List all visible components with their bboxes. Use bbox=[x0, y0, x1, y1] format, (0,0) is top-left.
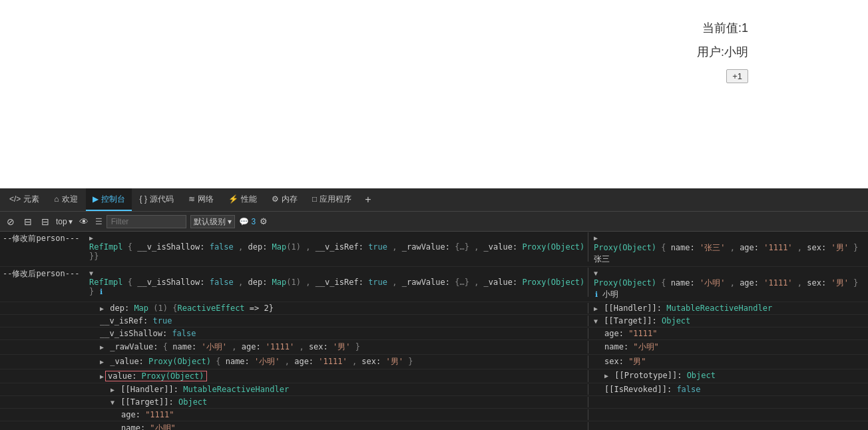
console-expanded-age: age: "1111" bbox=[0, 409, 868, 421]
expand-target-right[interactable] bbox=[594, 316, 598, 325]
value-row-right: sex: "男" bbox=[588, 355, 868, 368]
log-level-select[interactable]: 默认级别 ▾ bbox=[190, 215, 235, 228]
isshallow-row-right: age: "1111" bbox=[588, 328, 868, 339]
tab-application[interactable]: □ 应用程序 bbox=[306, 188, 358, 211]
expand-before-right[interactable] bbox=[594, 233, 598, 242]
tab-application-label: 应用程序 bbox=[320, 194, 351, 205]
settings-icon[interactable]: ⚙ bbox=[260, 216, 268, 226]
handler-row-left: [[Handler]]: MutableReactiveHandler bbox=[87, 384, 588, 395]
dep-row-right: [[Handler]]: MutableReactiveHandler bbox=[588, 303, 868, 314]
row-before-content-right: Proxy(Object) { name: '张三' , age: '1111'… bbox=[588, 232, 868, 266]
tab-performance[interactable]: ⚡ 性能 bbox=[222, 188, 264, 211]
tab-welcome[interactable]: ⌂ 欢迎 bbox=[47, 188, 84, 211]
welcome-icon: ⌂ bbox=[54, 194, 59, 204]
tab-performance-label: 性能 bbox=[241, 194, 257, 205]
row-empty-label-age bbox=[0, 409, 87, 411]
console-icon: ▶ bbox=[93, 194, 99, 204]
ban-icon[interactable]: ⊘ bbox=[4, 215, 17, 228]
row-before-label: --修改前person--- bbox=[0, 232, 87, 245]
console-expanded-dep: dep: Map (1) {ReactiveEffect => 2} [[Han… bbox=[0, 302, 868, 315]
tab-elements[interactable]: </> 元素 bbox=[3, 188, 46, 211]
current-value-display: 当前值:1 bbox=[702, 20, 748, 36]
vproxy-row-right: [[Prototype]]: Object bbox=[588, 370, 868, 381]
console-expanded-isshallow: __v_isShallow: false age: "1111" bbox=[0, 327, 868, 340]
console-expanded-value-proxy: value: Proxy(Object) [[Prototype]]: Obje… bbox=[0, 369, 868, 383]
expand-vproxy[interactable] bbox=[100, 371, 104, 381]
plus-one-button[interactable]: +1 bbox=[726, 69, 748, 83]
elements-icon: </> bbox=[9, 194, 21, 204]
console-expanded-name: name: "小明" bbox=[0, 421, 868, 430]
target-row-left: [[Target]]: Object bbox=[87, 397, 588, 407]
console-toolbar: ⊘ ⊟ ⊟ top ▾ 👁 ☰ 默认级别 ▾ 💬 3 ⚙ bbox=[0, 212, 868, 232]
console-expanded-value-header: _value: Proxy(Object) { name: '小明' , age… bbox=[0, 355, 868, 369]
row-empty-label-isref bbox=[0, 316, 87, 317]
top-context: top ▾ bbox=[56, 217, 73, 226]
tab-source-label: 源代码 bbox=[150, 194, 174, 205]
expand-rawvalue[interactable] bbox=[100, 342, 104, 351]
console-expanded-isref: __v_isRef: true [[Target]]: Object bbox=[0, 315, 868, 327]
filter-input[interactable] bbox=[107, 215, 186, 228]
row-empty-label-dep bbox=[0, 303, 87, 304]
devtools-tab-bar: </> 元素 ⌂ 欢迎 ▶ 控制台 { } 源代码 ≋ 网络 ⚡ 性能 ⚙ 内存… bbox=[0, 188, 868, 212]
expand-target-left[interactable] bbox=[110, 397, 114, 407]
filter-prefix-icon: ☰ bbox=[95, 217, 103, 226]
performance-icon: ⚡ bbox=[228, 194, 238, 204]
refimpl-after: RefImpl { __v_isShallow: false , dep: Ma… bbox=[89, 278, 585, 296]
expand-after-right[interactable] bbox=[594, 268, 598, 278]
tab-console-label: 控制台 bbox=[101, 194, 125, 205]
eye-icon[interactable]: 👁 bbox=[77, 215, 91, 228]
source-icon: { } bbox=[140, 194, 147, 204]
value-proxy-highlight: value: Proxy(Object) bbox=[105, 371, 207, 381]
expand-handler-right[interactable] bbox=[594, 304, 598, 313]
row-empty-label-isshallow bbox=[0, 328, 87, 329]
expand-after-left[interactable] bbox=[89, 268, 93, 278]
tab-memory[interactable]: ⚙ 内存 bbox=[265, 188, 304, 211]
devtools-panel: </> 元素 ⌂ 欢迎 ▶ 控制台 { } 源代码 ≋ 网络 ⚡ 性能 ⚙ 内存… bbox=[0, 188, 868, 430]
refimpl-before: RefImpl { __v_isShallow: false , dep: Ma… bbox=[89, 242, 585, 261]
row-empty-label-handler bbox=[0, 384, 87, 385]
expand-prototype-right[interactable] bbox=[604, 371, 608, 380]
top-label: top bbox=[56, 217, 67, 226]
user-name-display: 用户:小明 bbox=[697, 44, 748, 60]
proxy-before: Proxy(Object) { name: '张三' , age: '1111'… bbox=[594, 242, 865, 265]
info-icon-after-right: ℹ bbox=[595, 290, 598, 299]
expand-dep[interactable] bbox=[100, 304, 104, 313]
clear-icon[interactable]: ⊟ bbox=[21, 215, 35, 228]
expand-value[interactable] bbox=[100, 357, 104, 366]
filter-icon[interactable]: ⊟ bbox=[39, 215, 52, 228]
handler-row-right: [[IsRevoked]]: false bbox=[588, 384, 868, 395]
isref-row-right: [[Target]]: Object bbox=[588, 316, 868, 326]
top-dropdown-icon[interactable]: ▾ bbox=[69, 217, 73, 226]
console-row-before: --修改前person--- RefImpl { __v_isShallow: … bbox=[0, 232, 868, 267]
message-count-badge: 💬 3 bbox=[239, 217, 256, 226]
tab-source[interactable]: { } 源代码 bbox=[133, 188, 180, 211]
tab-memory-label: 内存 bbox=[282, 194, 298, 205]
row-after-content-left: RefImpl { __v_isShallow: false , dep: Ma… bbox=[87, 268, 588, 297]
row-empty-label-raw bbox=[0, 341, 87, 342]
age-row-left: age: "1111" bbox=[87, 409, 588, 420]
expand-handler-left[interactable] bbox=[110, 385, 114, 394]
tab-network[interactable]: ≋ 网络 bbox=[182, 188, 220, 211]
tab-welcome-label: 欢迎 bbox=[62, 194, 78, 205]
expand-before-left[interactable] bbox=[89, 233, 93, 242]
name-row-right bbox=[588, 422, 868, 423]
tab-network-label: 网络 bbox=[198, 194, 214, 205]
age-row-right bbox=[588, 409, 868, 411]
memory-icon: ⚙ bbox=[272, 194, 279, 204]
vproxy-row-left: value: Proxy(Object) bbox=[87, 370, 588, 382]
console-expanded-handler: [[Handler]]: MutableReactiveHandler [[Is… bbox=[0, 383, 868, 396]
row-empty-label-value bbox=[0, 355, 87, 357]
row-empty-label-target bbox=[0, 397, 87, 398]
app-preview-area: 当前值:1 用户:小明 +1 bbox=[0, 0, 868, 188]
isshallow-row-left: __v_isShallow: false bbox=[87, 328, 588, 339]
proxy-after: Proxy(Object) { name: '小明' , age: '1111'… bbox=[594, 278, 865, 300]
network-icon: ≋ bbox=[188, 194, 195, 204]
dep-row-left: dep: Map (1) {ReactiveEffect => 2} bbox=[87, 303, 588, 314]
tab-console[interactable]: ▶ 控制台 bbox=[86, 188, 132, 211]
add-tab-button[interactable]: + bbox=[359, 194, 376, 206]
console-row-after-main: --修改后person--- RefImpl { __v_isShallow: … bbox=[0, 267, 868, 302]
rawvalue-row-left: _rawValue: { name: '小明' , age: '1111' , … bbox=[87, 341, 588, 353]
name-row-left: name: "小明" bbox=[87, 422, 588, 430]
isref-row-left: __v_isRef: true bbox=[87, 316, 588, 326]
row-empty-label-vproxy bbox=[0, 370, 87, 371]
